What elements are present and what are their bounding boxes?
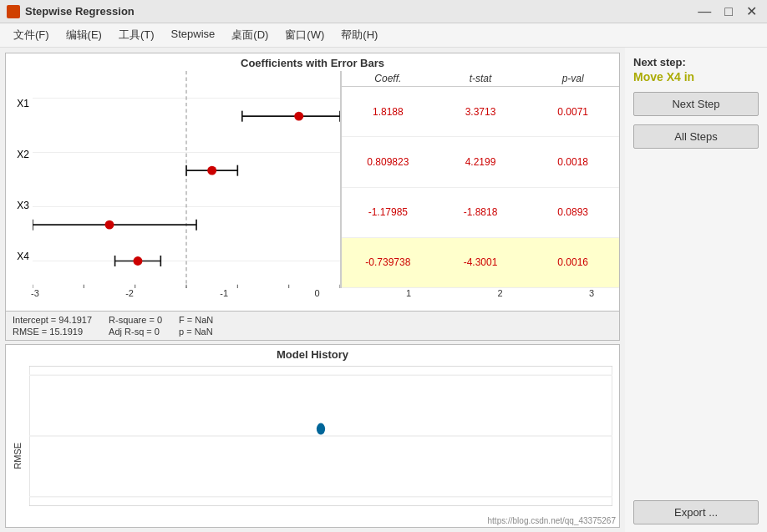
- plot-svg: [33, 71, 340, 288]
- window-controls: — □ ✕: [694, 3, 760, 19]
- chart-title: Coefficients with Error Bars: [6, 53, 619, 71]
- close-button[interactable]: ✕: [743, 3, 760, 19]
- row-label-x1: X1: [17, 98, 29, 109]
- menu-item-w[interactable]: 窗口(W): [278, 25, 331, 45]
- x-label-0: 0: [314, 288, 319, 298]
- x-label-neg3: -3: [31, 288, 39, 298]
- stats-adjrsq: Adj R-sq = 0: [109, 327, 162, 337]
- cell-x2-tstat: 4.2199: [434, 156, 527, 168]
- x-label-1: 1: [406, 288, 411, 298]
- cell-x2-coeff: 0.809823: [342, 156, 434, 168]
- x-label-neg2: -2: [125, 288, 134, 298]
- plot-section: [33, 71, 342, 288]
- stats-f: F = NaN: [179, 315, 213, 325]
- cell-x2-pval: 0.0018: [526, 156, 619, 168]
- move-label: Move X4 in: [633, 70, 759, 84]
- menu-item-t[interactable]: 工具(T): [112, 25, 161, 45]
- minimize-button[interactable]: —: [694, 3, 714, 19]
- stats-intercept: Intercept = 94.1917: [13, 315, 92, 325]
- right-panel: Next step: Move X4 in Next Step All Step…: [625, 48, 767, 532]
- svg-point-9: [294, 112, 303, 121]
- header-pval: p-val: [526, 73, 619, 84]
- history-svg: 16 15 14 1: [29, 366, 612, 506]
- window-title: Stepwise Regression: [25, 5, 135, 18]
- stats-p: p = NaN: [179, 327, 213, 337]
- watermark: https://blog.csdn.net/qq_43375267: [488, 516, 616, 525]
- menu-item-f[interactable]: 文件(F): [7, 25, 56, 45]
- svg-point-13: [207, 166, 216, 175]
- title-bar: Stepwise Regression — □ ✕: [0, 0, 767, 23]
- row-label-x2: X2: [17, 149, 29, 160]
- table-row-x2: 0.809823 4.2199 0.0018: [342, 137, 619, 187]
- row-labels: X1 X2 X3 X4: [6, 71, 33, 288]
- x-label-3: 3: [589, 288, 594, 298]
- export-button[interactable]: Export ...: [633, 500, 759, 524]
- next-step-label: Next step:: [633, 56, 759, 68]
- cell-x4-coeff: -0.739738: [342, 256, 434, 268]
- title-bar-left: Stepwise Regression: [7, 5, 135, 18]
- next-step-button[interactable]: Next Step: [633, 92, 759, 116]
- cell-x3-coeff: -1.17985: [342, 206, 434, 218]
- table-body: 1.8188 3.3713 0.0071 0.809823 4.2199 0.0…: [342, 87, 619, 288]
- cell-x3-pval: 0.0893: [526, 206, 619, 218]
- cell-x3-tstat: -1.8818: [434, 206, 527, 218]
- cell-x4-tstat: -4.3001: [434, 256, 527, 268]
- app-icon: [7, 5, 20, 18]
- row-label-x4: X4: [17, 251, 29, 262]
- menu-item-e[interactable]: 编辑(E): [59, 25, 109, 45]
- all-steps-button[interactable]: All Steps: [633, 124, 759, 149]
- header-coeff: Coeff.: [342, 73, 434, 84]
- table-row-x1: 1.8188 3.3713 0.0071: [342, 87, 619, 137]
- table-row-x4: -0.739738 -4.3001 0.0016: [342, 238, 619, 288]
- stats-col-left: Intercept = 94.1917 RMSE = 15.1919: [13, 315, 92, 337]
- stats-bar: Intercept = 94.1917 RMSE = 15.1919 R-squ…: [5, 312, 620, 341]
- next-step-section: Next step: Move X4 in: [633, 56, 759, 84]
- rmse-axis-label: RMSE: [13, 443, 23, 469]
- header-tstat: t-stat: [434, 73, 527, 84]
- menu-bar: 文件(F)编辑(E)工具(T)Stepwise桌面(D)窗口(W)帮助(H): [0, 23, 767, 48]
- row-label-x3: X3: [17, 200, 29, 211]
- cell-x4-pval: 0.0016: [526, 256, 619, 268]
- x-axis-labels: -3 -2 -1 0 1 2 3: [6, 288, 619, 298]
- history-chart: RMSE 16 15 14 1: [6, 362, 619, 523]
- model-history: Model History RMSE 16 15 14 1: [5, 344, 620, 528]
- cell-x1-tstat: 3.3713: [434, 106, 527, 118]
- table-section: Coeff. t-stat p-val 1.8188 3.3713 0.0071: [342, 71, 619, 288]
- stats-col-mid: R-square = 0 Adj R-sq = 0: [109, 315, 162, 337]
- stats-rsquare: R-square = 0: [109, 315, 162, 325]
- stats-rmse: RMSE = 15.1919: [13, 327, 92, 337]
- menu-item-stepwise[interactable]: Stepwise: [165, 25, 222, 45]
- table-header: Coeff. t-stat p-val: [342, 71, 619, 87]
- menu-item-d[interactable]: 桌面(D): [225, 25, 275, 45]
- coeff-chart-wrapper: X1 X2 X3 X4: [6, 71, 619, 288]
- model-history-title: Model History: [6, 345, 619, 362]
- left-panel: Coefficients with Error Bars X1 X2 X3 X4: [0, 48, 625, 532]
- menu-item-h[interactable]: 帮助(H): [334, 25, 384, 45]
- stats-col-right: F = NaN p = NaN: [179, 315, 213, 337]
- x-label-neg1: -1: [220, 288, 228, 298]
- svg-point-17: [105, 220, 114, 230]
- cell-x1-coeff: 1.8188: [342, 106, 434, 118]
- cell-x1-pval: 0.0071: [526, 106, 619, 118]
- coefficients-chart: Coefficients with Error Bars X1 X2 X3 X4: [5, 53, 620, 312]
- svg-point-21: [133, 256, 142, 266]
- svg-point-37: [317, 423, 325, 435]
- x-label-2: 2: [497, 288, 502, 298]
- table-row-x3: -1.17985 -1.8818 0.0893: [342, 188, 619, 238]
- maximize-button[interactable]: □: [721, 3, 736, 19]
- main-area: Coefficients with Error Bars X1 X2 X3 X4: [0, 48, 767, 532]
